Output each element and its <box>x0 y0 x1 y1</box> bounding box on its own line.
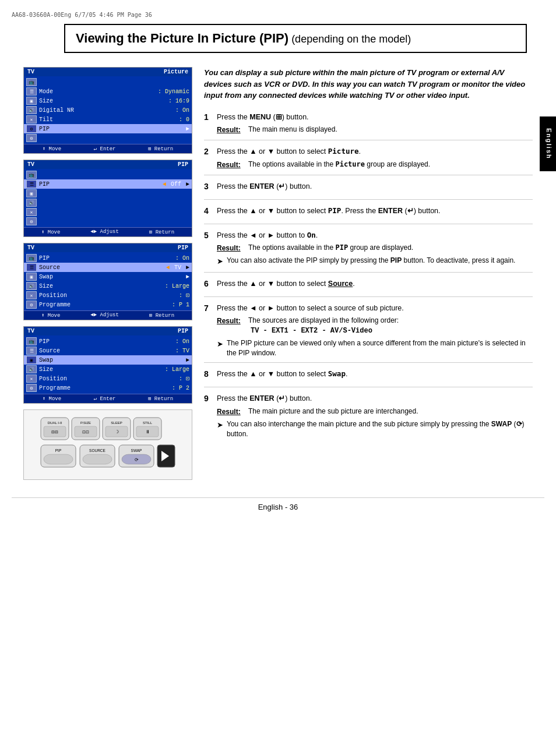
svg-text:STILL: STILL <box>143 421 153 425</box>
step-content-1: Press the MENU (⊞) button. Result: The m… <box>217 112 533 136</box>
svg-text:SOURCE: SOURCE <box>89 448 105 453</box>
tv-icon-picture: 📺 <box>26 78 37 86</box>
tv-icon-w3: ▣ <box>26 356 37 364</box>
tv-menu-pip-source-footer: ⬆ Move ◄► Adjust ⊞ Return <box>24 310 192 320</box>
tv-menu-row: ⚙ Programme : P 1 <box>24 300 192 309</box>
tv-icon-w4: 🔊 <box>26 365 37 373</box>
remote-svg: DUAL I-II ⊟⊟ P.SIZE ⊡⊡ SLEEP ☽ STILL <box>38 415 178 473</box>
svg-rect-21 <box>83 454 112 464</box>
tv-menu-pip-off-header: TV PIP <box>24 160 192 169</box>
tv-menu-picture-body: 📺 ☰ Mode : Dynamic ▣ Size : 16:9 🔊 <box>24 76 192 144</box>
tv-menu-row: ☰ Mode : Dynamic <box>24 87 192 96</box>
tv-icon-p5: ✕ <box>26 208 37 216</box>
tv-icon-p1: 📺 <box>26 171 37 179</box>
tv-menu-pip-off-body: 📺 ☰ PIP ◄ Off ► ▣ 🔊 <box>24 169 192 227</box>
tv-menu-row: ☰ Source : TV <box>24 346 192 355</box>
step-content-5: Press the ◄ or ► button to On. Result: T… <box>217 230 533 267</box>
tv-menu-pip-source-header: TV PIP <box>24 243 192 252</box>
tv-menu-row: ⚙ Programme : P 2 <box>24 383 192 393</box>
step-number-6: 6 <box>204 279 217 292</box>
tv-menu-row-swap-selected: ▣ Swap ► <box>24 355 192 365</box>
tv-menu-row-pip-off-selected: ☰ PIP ◄ Off ► <box>24 179 192 189</box>
tv-menu-row-pip-selected: ⚙ PIP ► <box>24 124 192 133</box>
svg-text:⏸: ⏸ <box>145 429 150 434</box>
svg-text:PIP: PIP <box>55 448 61 453</box>
page-footer: English - 36 <box>12 497 544 516</box>
svg-text:SLEEP: SLEEP <box>111 421 122 425</box>
step-number-9: 9 <box>204 394 217 439</box>
tv-menu-row: ✕ Position : ⊡ <box>24 374 192 383</box>
tv-icon-s2: ☰ <box>26 263 37 271</box>
intro-paragraph: You can display a sub picture within the… <box>204 67 533 101</box>
tv-menu-row: ✕ Position : ⊡ <box>24 291 192 300</box>
step-content-6: Press the ▲ or ▼ button to select Source… <box>217 278 533 292</box>
remote-control-diagram: DUAL I-II ⊟⊟ P.SIZE ⊡⊡ SLEEP ☽ STILL <box>23 409 192 480</box>
tv-icon-p6: ⚙ <box>26 217 37 225</box>
tv-menu-pip-swap: TV PIP 📺 PIP : On ☰ Source : TV <box>23 326 192 404</box>
step-content-9: Press the ENTER (↵) button. Result: The … <box>217 393 533 439</box>
instruction-step-3: 3 Press the ENTER (↵) button. <box>204 181 533 200</box>
instruction-step-5: 5 Press the ◄ or ► button to On. Result:… <box>204 230 533 273</box>
step-number-1: 1 <box>204 112 217 136</box>
main-content: TV Picture 📺 ☰ Mode : Dynamic ▣ <box>23 67 533 480</box>
tv-icon-w6: ⚙ <box>26 384 37 392</box>
instruction-step-8: 8 Press the ▲ or ▼ button to select Swap… <box>204 369 533 387</box>
instruction-table: 1 Press the MENU (⊞) button. Result: The… <box>204 112 533 444</box>
svg-text:⊟⊟: ⊟⊟ <box>51 430 58 434</box>
instruction-step-9: 9 Press the ENTER (↵) button. Result: Th… <box>204 393 533 443</box>
tv-menu-row: ⚙ <box>24 217 192 226</box>
tv-menu-pip-swap-footer: ⬆ Move ↵ Enter ⊞ Return <box>24 394 192 403</box>
tv-icon-mode: ☰ <box>26 87 37 96</box>
left-column: TV Picture 📺 ☰ Mode : Dynamic ▣ <box>23 67 192 480</box>
tv-icon-s5: ✕ <box>26 291 37 299</box>
tv-menu-row: 📺 <box>24 170 192 179</box>
tv-icon-p3: ▣ <box>26 189 37 197</box>
tv-menu-row: 🔊 Size : Large <box>24 281 192 291</box>
svg-text:☽: ☽ <box>115 429 119 434</box>
step-content-2: Press the ▲ or ▼ button to select Pictur… <box>217 146 533 170</box>
top-meta: AA68-03660A-00Eng 6/7/05 4:46 PM Page 36 <box>12 12 544 18</box>
instruction-step-1: 1 Press the MENU (⊞) button. Result: The… <box>204 112 533 141</box>
side-tab: English <box>540 116 556 171</box>
tv-menu-pip-source: TV PIP 📺 PIP : On ☰ Source ◄ TV ► <box>23 243 192 320</box>
tv-menu-row: 📺 PIP : On <box>24 337 192 346</box>
title-bold: Picture (PIP) <box>212 31 288 45</box>
step-number-2: 2 <box>204 147 217 170</box>
svg-text:P.SIZE: P.SIZE <box>80 421 91 425</box>
instruction-step-7: 7 Press the ◄ or ► button to select a so… <box>204 303 533 363</box>
step-number-5: 5 <box>204 231 217 267</box>
step-content-3: Press the ENTER (↵) button. <box>217 181 533 195</box>
step-number-7: 7 <box>204 303 217 358</box>
title-prefix: Viewing the Picture In <box>76 31 212 45</box>
step-number-3: 3 <box>204 182 217 195</box>
tv-icon-tilt: ✕ <box>26 115 37 123</box>
tv-menu-pip-off-footer: ⬆ Move ◄► Adjust ⊞ Return <box>24 227 192 236</box>
tv-menu-row: ▣ Size : 16:9 <box>24 96 192 105</box>
tv-icon-p2: ☰ <box>26 180 37 188</box>
tv-menu-picture: TV Picture 📺 ☰ Mode : Dynamic ▣ <box>23 67 192 154</box>
tv-menu-row: 🔊 Size : Large <box>24 365 192 374</box>
title-bar: Viewing the Picture In Picture (PIP) (de… <box>64 24 527 53</box>
tv-icon-extra: ⚙ <box>26 134 37 142</box>
tv-icon-p4: 🔊 <box>26 199 37 207</box>
tv-menu-row: ✕ Tilt : 0 <box>24 115 192 124</box>
step-content-7: Press the ◄ or ► button to select a sour… <box>217 303 533 358</box>
tv-menu-pip-off: TV PIP 📺 ☰ PIP ◄ Off ► ▣ <box>23 160 192 237</box>
tv-menu-picture-header: TV Picture <box>24 68 192 76</box>
instruction-step-4: 4 Press the ▲ or ▼ button to select PIP.… <box>204 206 533 224</box>
footer-text: English - 36 <box>258 503 298 511</box>
tv-icon-s6: ⚙ <box>26 301 37 309</box>
right-column: You can display a sub picture within the… <box>204 67 533 480</box>
page-frame: AA68-03660A-00Eng 6/7/05 4:46 PM Page 36… <box>0 0 556 756</box>
svg-text:⟳: ⟳ <box>135 457 139 462</box>
tv-menu-row: ▣ <box>24 189 192 198</box>
instruction-step-2: 2 Press the ▲ or ▼ button to select Pict… <box>204 146 533 175</box>
tv-menu-row: ▣ Swap ► <box>24 272 192 281</box>
step-content-8: Press the ▲ or ▼ button to select Swap. <box>217 369 533 382</box>
page-title: Viewing the Picture In Picture (PIP) (de… <box>76 31 515 46</box>
tv-icon-w2: ☰ <box>26 347 37 355</box>
tv-icon-s3: ▣ <box>26 273 37 281</box>
tv-menu-pip-swap-header: TV PIP <box>24 327 192 335</box>
instruction-step-6: 6 Press the ▲ or ▼ button to select Sour… <box>204 278 533 297</box>
svg-text:SWAP: SWAP <box>131 448 142 453</box>
